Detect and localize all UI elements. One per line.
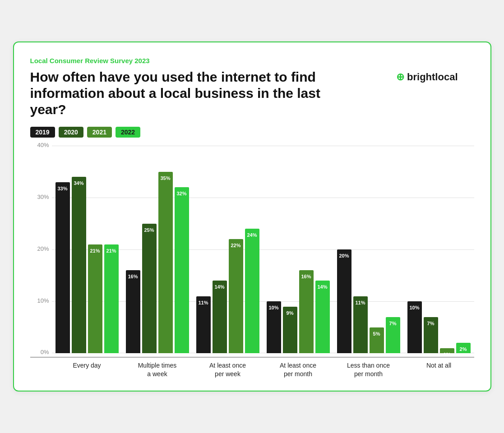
- bar-wrap-4-1: 11%: [353, 296, 368, 354]
- bar-value-1-0: 16%: [128, 274, 138, 279]
- bar-wrap-0-1: 34%: [72, 177, 86, 353]
- bar-2-0: 11%: [196, 296, 211, 354]
- bar-wrap-1-0: 16%: [126, 270, 140, 353]
- bar-3-1: 9%: [283, 307, 297, 354]
- bar-wrap-5-0: 10%: [407, 301, 422, 353]
- bar-wrap-2-1: 14%: [213, 281, 227, 353]
- bar-wrap-5-3: 2%: [456, 343, 471, 353]
- bar-1-3: 32%: [175, 187, 189, 353]
- legend-item-2022: 2022: [116, 127, 140, 138]
- bar-value-4-3: 7%: [389, 321, 397, 326]
- chart-title: How often have you used the internet to …: [30, 69, 337, 118]
- bar-wrap-4-2: 5%: [370, 327, 384, 354]
- bars-row-3: 10%9%16%14%: [267, 270, 330, 353]
- logo-icon: ⊕: [396, 71, 404, 83]
- bar-value-5-2: 1%: [444, 352, 451, 357]
- bar-wrap-2-2: 22%: [229, 239, 243, 353]
- legend: 2019202020212022: [30, 127, 474, 138]
- header-row: Local Consumer Review Survey 2023 How of…: [30, 57, 474, 127]
- x-label-5: Not at all: [404, 358, 474, 378]
- survey-label: Local Consumer Review Survey 2023: [30, 57, 337, 64]
- bar-5-2: 1%: [440, 348, 454, 354]
- bar-value-2-1: 14%: [214, 284, 224, 290]
- bar-2-3: 24%: [245, 229, 259, 353]
- bar-3-2: 16%: [299, 270, 314, 353]
- bar-4-3: 7%: [386, 317, 400, 354]
- bar-2-2: 22%: [229, 239, 243, 353]
- bar-5-0: 10%: [407, 301, 422, 353]
- chart-area: 0%10%20%30%40% 33%34%21%21%16%25%35%32%1…: [30, 146, 474, 378]
- bar-1-1: 25%: [142, 224, 157, 354]
- bar-group-3: 10%9%16%14%: [263, 270, 333, 353]
- bar-wrap-5-1: 7%: [424, 317, 438, 354]
- bar-group-1: 16%25%35%32%: [122, 172, 193, 354]
- bar-value-3-3: 14%: [317, 284, 327, 290]
- bar-wrap-4-0: 20%: [337, 249, 351, 353]
- bar-wrap-0-2: 21%: [88, 244, 102, 354]
- bar-value-0-2: 21%: [90, 248, 100, 253]
- bar-wrap-1-2: 35%: [158, 172, 173, 354]
- bar-wrap-4-3: 7%: [386, 317, 400, 354]
- bar-wrap-1-3: 32%: [175, 187, 189, 353]
- bar-value-5-3: 2%: [460, 346, 467, 352]
- bar-0-0: 33%: [55, 182, 70, 354]
- bar-3-3: 14%: [315, 281, 330, 353]
- bar-0-3: 21%: [104, 244, 119, 354]
- header-left: Local Consumer Review Survey 2023 How of…: [30, 57, 337, 127]
- bar-value-0-0: 33%: [57, 186, 67, 191]
- bar-1-0: 16%: [126, 270, 140, 353]
- bar-value-2-0: 11%: [198, 300, 208, 305]
- bar-value-3-0: 10%: [268, 305, 278, 310]
- bar-value-0-3: 21%: [106, 248, 116, 253]
- bar-2-1: 14%: [213, 281, 227, 353]
- bar-value-2-3: 24%: [247, 232, 257, 238]
- bar-value-3-1: 9%: [287, 310, 294, 316]
- bar-wrap-0-0: 33%: [55, 182, 70, 354]
- bars-row-5: 10%7%1%2%: [407, 301, 471, 353]
- bar-3-0: 10%: [267, 301, 281, 353]
- bars-container: 33%34%21%21%16%25%35%32%11%14%22%24%10%9…: [30, 146, 474, 353]
- bar-value-1-3: 32%: [176, 191, 186, 196]
- x-label-3: At least onceper month: [263, 358, 333, 378]
- brand-name: brightlocal: [407, 71, 458, 83]
- legend-item-2021: 2021: [87, 127, 112, 138]
- bars-row-2: 11%14%22%24%: [196, 229, 259, 353]
- bar-wrap-3-0: 10%: [267, 301, 281, 353]
- bar-value-5-0: 10%: [409, 305, 419, 310]
- legend-item-2019: 2019: [30, 127, 55, 138]
- bar-group-0: 33%34%21%21%: [52, 177, 122, 353]
- bar-value-0-1: 34%: [74, 180, 83, 186]
- bar-value-4-2: 5%: [373, 331, 380, 336]
- bar-5-1: 7%: [424, 317, 438, 354]
- bar-4-2: 5%: [370, 327, 384, 354]
- bar-value-5-1: 7%: [427, 321, 435, 326]
- bar-group-5: 10%7%1%2%: [404, 301, 474, 353]
- bar-4-0: 20%: [337, 249, 351, 353]
- bar-5-3: 2%: [456, 343, 471, 353]
- x-label-2: At least onceper week: [193, 358, 263, 378]
- bar-wrap-3-1: 9%: [283, 307, 297, 354]
- bar-wrap-2-3: 24%: [245, 229, 259, 353]
- x-label-1: Multiple timesa week: [122, 358, 193, 378]
- x-labels: Every dayMultiple timesa weekAt least on…: [30, 357, 474, 378]
- brand-logo: ⊕ brightlocal: [396, 71, 458, 83]
- bars-row-1: 16%25%35%32%: [126, 172, 189, 354]
- bar-group-4: 20%11%5%7%: [333, 249, 404, 353]
- x-label-0: Every day: [52, 358, 122, 378]
- bar-group-2: 11%14%22%24%: [193, 229, 263, 353]
- x-label-4: Less than onceper month: [333, 358, 404, 378]
- bars-row-4: 20%11%5%7%: [337, 249, 400, 353]
- bars-row-0: 33%34%21%21%: [55, 177, 119, 353]
- bar-wrap-3-2: 16%: [299, 270, 314, 353]
- bar-value-2-2: 22%: [231, 243, 240, 248]
- bar-value-1-1: 25%: [144, 227, 154, 233]
- bar-wrap-2-0: 11%: [196, 296, 211, 354]
- bar-value-3-2: 16%: [301, 274, 311, 279]
- bar-wrap-0-3: 21%: [104, 244, 119, 354]
- bar-1-2: 35%: [158, 172, 173, 354]
- bar-4-1: 11%: [353, 296, 368, 354]
- bar-0-1: 34%: [72, 177, 86, 353]
- bar-wrap-1-1: 25%: [142, 224, 157, 354]
- bar-value-1-2: 35%: [160, 175, 170, 181]
- legend-item-2020: 2020: [59, 127, 83, 138]
